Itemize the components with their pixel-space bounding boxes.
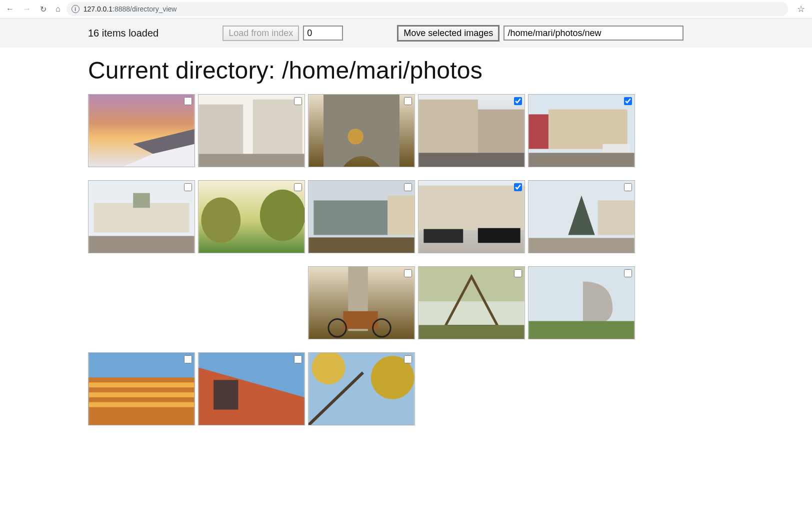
svg-rect-6 — [198, 154, 304, 167]
svg-rect-47 — [528, 321, 634, 339]
select-image-checkbox[interactable] — [404, 183, 412, 191]
svg-rect-26 — [314, 200, 388, 235]
svg-rect-21 — [88, 236, 194, 253]
grid-cell — [308, 94, 415, 167]
svg-point-23 — [201, 198, 240, 243]
image-thumbnail[interactable] — [418, 266, 525, 339]
image-thumbnail[interactable] — [528, 266, 635, 339]
select-image-checkbox[interactable] — [514, 183, 522, 191]
load-from-index-button[interactable]: Load from index — [222, 26, 299, 41]
select-image-checkbox[interactable] — [294, 183, 302, 191]
svg-rect-51 — [88, 392, 194, 397]
grid-cell — [308, 180, 415, 253]
svg-rect-20 — [133, 193, 150, 208]
select-image-checkbox[interactable] — [184, 97, 192, 105]
svg-rect-32 — [478, 228, 520, 243]
grid-cell — [308, 266, 415, 339]
image-thumbnail[interactable] — [418, 94, 525, 167]
svg-rect-10 — [418, 100, 478, 154]
url-host: 127.0.0.1 — [84, 5, 112, 13]
image-thumbnail[interactable] — [308, 266, 415, 339]
svg-point-24 — [260, 190, 304, 241]
browser-nav: ← → ↻ ⌂ — [4, 5, 60, 14]
select-image-checkbox[interactable] — [404, 355, 412, 363]
image-thumbnail[interactable] — [308, 352, 415, 425]
svg-rect-34 — [598, 200, 634, 235]
grid-cell — [418, 94, 525, 167]
image-thumbnail[interactable] — [198, 180, 305, 253]
grid-cell — [88, 94, 195, 167]
grid-cell — [528, 266, 635, 339]
svg-rect-4 — [253, 100, 302, 154]
reload-icon[interactable]: ↻ — [40, 5, 46, 14]
image-grid — [88, 94, 724, 425]
forward-icon[interactable]: → — [23, 5, 31, 14]
image-thumbnail[interactable] — [308, 180, 415, 253]
grid-cell — [198, 94, 305, 167]
site-info-icon[interactable]: i — [72, 5, 80, 13]
grid-cell — [198, 352, 305, 425]
grid-cell — [198, 180, 305, 253]
svg-rect-5 — [198, 105, 243, 154]
svg-rect-45 — [418, 325, 524, 339]
grid-cell — [88, 180, 195, 253]
svg-point-8 — [348, 129, 364, 145]
page-title: Current directory: /home/mari/photos — [88, 57, 724, 84]
image-thumbnail[interactable] — [88, 180, 195, 253]
svg-rect-27 — [388, 196, 414, 235]
image-thumbnail[interactable] — [528, 180, 635, 253]
svg-rect-52 — [88, 402, 194, 407]
select-image-checkbox[interactable] — [404, 97, 412, 105]
select-image-checkbox[interactable] — [404, 269, 412, 277]
select-image-checkbox[interactable] — [294, 97, 302, 105]
url-port: :8888 — [112, 5, 130, 13]
svg-rect-50 — [88, 382, 194, 387]
address-bar[interactable]: i 127.0.0.1:8888/directory_view — [66, 2, 788, 16]
app-toolbar: 16 items loaded Load from index Move sel… — [0, 19, 812, 48]
svg-rect-31 — [424, 229, 463, 243]
select-image-checkbox[interactable] — [184, 355, 192, 363]
select-image-checkbox[interactable] — [294, 355, 302, 363]
select-image-checkbox[interactable] — [624, 97, 632, 105]
image-thumbnail[interactable] — [88, 352, 195, 425]
url-text: 127.0.0.1:8888/directory_view — [84, 5, 177, 13]
svg-rect-28 — [308, 237, 414, 253]
svg-rect-12 — [418, 153, 524, 167]
grid-cell — [308, 352, 415, 425]
image-thumbnail[interactable] — [308, 94, 415, 167]
index-input[interactable] — [303, 26, 343, 41]
svg-rect-11 — [478, 110, 524, 154]
grid-cell — [418, 180, 525, 253]
image-thumbnail[interactable] — [528, 94, 635, 167]
image-thumbnail[interactable] — [88, 94, 195, 167]
svg-rect-14 — [548, 110, 628, 149]
svg-rect-55 — [214, 380, 238, 409]
bookmark-star-icon[interactable]: ☆ — [794, 4, 808, 15]
svg-rect-15 — [528, 114, 548, 149]
grid-cell — [528, 94, 635, 167]
destination-path-input[interactable] — [504, 26, 684, 41]
items-loaded-status: 16 items loaded — [88, 28, 158, 39]
grid-cell — [528, 180, 635, 253]
move-selected-button[interactable]: Move selected images — [397, 25, 500, 42]
image-thumbnail[interactable] — [198, 352, 305, 425]
grid-cell — [418, 266, 525, 339]
svg-rect-30 — [418, 186, 524, 230]
select-image-checkbox[interactable] — [514, 97, 522, 105]
select-image-checkbox[interactable] — [624, 183, 632, 191]
svg-rect-36 — [528, 238, 634, 253]
select-image-checkbox[interactable] — [184, 183, 192, 191]
browser-chrome: ← → ↻ ⌂ i 127.0.0.1:8888/directory_view … — [0, 0, 812, 19]
grid-cell — [88, 352, 195, 425]
back-icon[interactable]: ← — [6, 5, 14, 14]
select-image-checkbox[interactable] — [514, 269, 522, 277]
image-thumbnail[interactable] — [198, 94, 305, 167]
home-icon[interactable]: ⌂ — [56, 5, 60, 14]
select-image-checkbox[interactable] — [624, 269, 632, 277]
url-path: /directory_view — [130, 5, 176, 13]
svg-rect-43 — [418, 267, 524, 301]
image-thumbnail[interactable] — [418, 180, 525, 253]
svg-rect-17 — [528, 153, 634, 167]
